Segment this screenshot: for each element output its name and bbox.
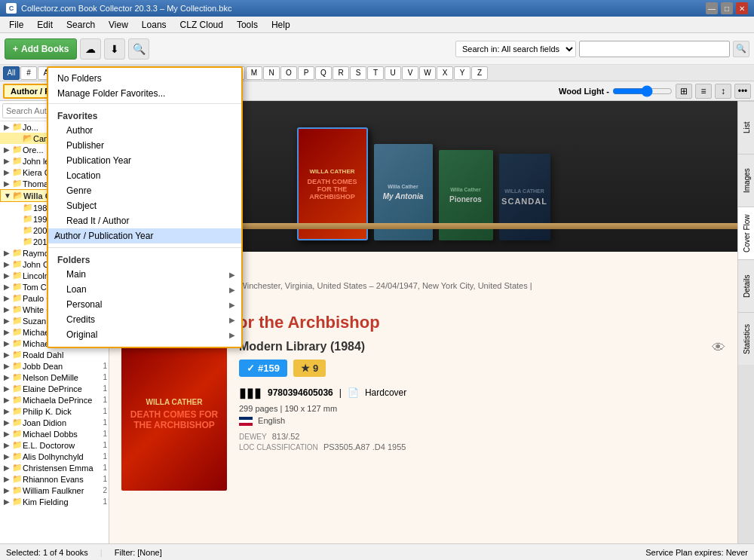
menu-divider-1 [48,103,241,104]
menu-folder-main[interactable]: Main [48,267,241,282]
menu-folder-original[interactable]: Original [48,327,241,342]
menu-no-folders[interactable]: No Folders [48,71,241,86]
menu-folder-loan[interactable]: Loan [48,282,241,297]
menu-favorites-section: Favorites Author Publisher Publication Y… [48,106,241,245]
folder-dropdown-menu: No Folders Manage Folder Favorites... Fa… [47,66,243,348]
menu-folder-personal[interactable]: Personal [48,297,241,312]
favorites-section-title: Favorites [48,108,241,123]
menu-author[interactable]: Author [48,123,241,138]
menu-publication-year[interactable]: Publication Year [48,153,241,168]
menu-subject[interactable]: Subject [48,198,241,213]
menu-read-it-author[interactable]: Read It / Author [48,213,241,228]
folders-section-title: Folders [48,252,241,267]
menu-author-pub-year[interactable]: Author / Publication Year [48,228,241,243]
menu-genre[interactable]: Genre [48,183,241,198]
menu-divider-2 [48,247,241,248]
menu-location[interactable]: Location [48,168,241,183]
menu-folders-section: Folders Main Loan Personal Credits Origi… [48,250,241,344]
menu-manage-favorites[interactable]: Manage Folder Favorites... [48,86,241,101]
menu-folder-credits[interactable]: Credits [48,312,241,327]
menu-publisher[interactable]: Publisher [48,138,241,153]
